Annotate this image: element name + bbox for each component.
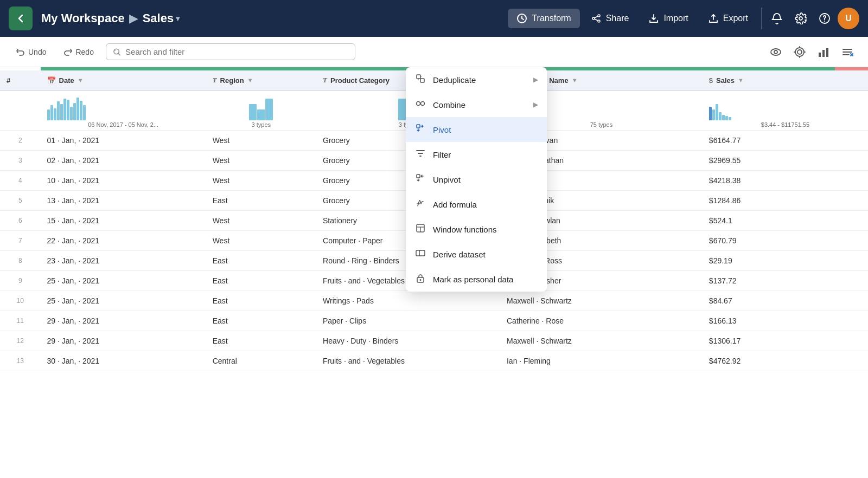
help-icon[interactable] xyxy=(814,8,835,29)
svg-point-2 xyxy=(592,17,595,20)
unpivot-label: Unpivot xyxy=(433,175,538,184)
menu-item-unpivot[interactable]: Unpivot xyxy=(406,167,547,192)
filter-icon xyxy=(414,148,426,160)
cell-rownum: 4 xyxy=(0,171,41,191)
dataset-chevron: ▾ xyxy=(176,14,180,23)
cell-category: Heavy · Duty · Binders xyxy=(316,331,500,351)
menu-item-combine[interactable]: Combine ▶ xyxy=(406,92,547,117)
formula-label: Add formula xyxy=(433,200,538,209)
cell-rownum: 11 xyxy=(0,311,41,331)
chart-icon[interactable] xyxy=(814,42,833,62)
svg-point-6 xyxy=(824,21,825,22)
cell-rownum: 3 xyxy=(0,151,41,171)
menu-item-filter[interactable]: Filter xyxy=(406,142,547,167)
cell-rownum: 2 xyxy=(0,131,41,151)
import-button[interactable]: Import xyxy=(640,9,697,28)
cell-date: 22 · Jan, · 2021 xyxy=(41,231,206,251)
cell-date: 29 · Jan, · 2021 xyxy=(41,311,206,331)
cell-date: 01 · Jan, · 2021 xyxy=(41,131,206,151)
svg-rect-15 xyxy=(819,53,821,57)
avatar[interactable]: U xyxy=(838,8,859,29)
col-header-region[interactable]: T Region ▼ xyxy=(206,70,316,91)
derive-icon xyxy=(414,248,426,260)
back-button[interactable] xyxy=(9,7,33,30)
pivot-icon xyxy=(414,124,426,135)
col-header-date[interactable]: 📅 Date ▼ xyxy=(41,70,206,91)
view-icon[interactable] xyxy=(766,42,786,62)
transform-dropdown: Deduplicate ▶ Combine ▶ xyxy=(406,67,547,292)
derive-dataset-label: Derive dataset xyxy=(433,250,538,259)
date-mini-chart xyxy=(47,93,200,120)
cell-sales: $6164.77 xyxy=(703,131,868,151)
cell-sales: $137.72 xyxy=(703,271,868,291)
cell-region: Central xyxy=(206,351,316,371)
cell-customer: Ian · Fleming xyxy=(500,351,703,371)
settings-icon[interactable] xyxy=(790,8,812,29)
topbar-icons: U xyxy=(766,8,859,29)
cell-rownum: 5 xyxy=(0,191,41,211)
notifications-icon[interactable] xyxy=(766,8,788,29)
region-mini-chart xyxy=(213,93,310,120)
cell-date: 10 · Jan, · 2021 xyxy=(41,171,206,191)
cell-sales: $84.67 xyxy=(703,291,868,311)
cell-region: West xyxy=(206,131,316,151)
sort-icon-sales: ▼ xyxy=(738,77,744,83)
cell-date: 25 · Jan, · 2021 xyxy=(41,271,206,291)
export-button[interactable]: Export xyxy=(699,9,757,28)
svg-point-8 xyxy=(774,50,777,54)
cell-rownum: 6 xyxy=(0,211,41,231)
cell-customer: Maxwell · Schwartz xyxy=(500,331,703,351)
deduplicate-label: Deduplicate xyxy=(433,75,527,85)
redo-button[interactable]: Redo xyxy=(58,44,99,60)
svg-point-36 xyxy=(420,279,422,281)
toolbar-right xyxy=(766,42,857,62)
pivot-label: Pivot xyxy=(433,125,538,134)
cell-region: East xyxy=(206,291,316,311)
cell-rownum: 8 xyxy=(0,251,41,271)
menu-item-mark-personal[interactable]: Mark as personal data xyxy=(406,267,547,292)
svg-rect-34 xyxy=(419,250,425,256)
target-icon[interactable] xyxy=(790,42,809,62)
cell-sales: $2969.55 xyxy=(703,151,868,171)
svg-point-7 xyxy=(771,49,781,55)
workspace-label: My Workspace xyxy=(41,11,125,25)
undo-button[interactable]: Undo xyxy=(11,44,52,60)
svg-rect-17 xyxy=(826,48,828,57)
cell-region: East xyxy=(206,271,316,291)
menu-item-derive-dataset[interactable]: Derive dataset xyxy=(406,242,547,267)
cell-date: 30 · Jan, · 2021 xyxy=(41,351,206,371)
sort-icon-date: ▼ xyxy=(78,77,84,83)
toolbar: Undo Redo xyxy=(0,37,868,67)
breadcrumb-separator: ▶ xyxy=(129,11,138,25)
menu-item-add-formula[interactable]: Add formula xyxy=(406,192,547,217)
cell-rownum: 12 xyxy=(0,331,41,351)
menu-item-deduplicate[interactable]: Deduplicate ▶ xyxy=(406,67,547,92)
cell-date: 02 · Jan, · 2021 xyxy=(41,151,206,171)
sort-icon-region: ▼ xyxy=(247,77,253,83)
dataset-name[interactable]: Sales ▾ xyxy=(143,11,180,25)
svg-rect-22 xyxy=(420,79,424,82)
search-input[interactable] xyxy=(125,47,348,56)
breadcrumb: My Workspace ▶ Sales ▾ xyxy=(41,11,508,25)
share-button[interactable]: Share xyxy=(582,9,638,28)
menu-item-window-functions[interactable]: Window functions xyxy=(406,217,547,242)
window-icon xyxy=(414,223,426,235)
topbar-actions: Transform Share Import Export xyxy=(508,9,757,28)
sales-mini-chart xyxy=(709,93,861,120)
col-header-sales[interactable]: $ Sales ▼ xyxy=(703,70,868,91)
cell-rownum: 9 xyxy=(0,271,41,291)
transform-button[interactable]: Transform xyxy=(508,9,579,28)
menu-item-pivot[interactable]: Pivot xyxy=(406,117,547,142)
cell-rownum: 10 xyxy=(0,291,41,311)
list-icon[interactable] xyxy=(838,42,857,62)
cell-region: East xyxy=(206,331,316,351)
table-row: 13 30 · Jan, · 2021 Central Fruits · and… xyxy=(0,351,868,371)
search-box[interactable] xyxy=(106,43,355,60)
cell-date: 13 · Jan, · 2021 xyxy=(41,191,206,211)
svg-point-1 xyxy=(598,15,600,17)
svg-point-25 xyxy=(417,102,420,106)
cell-sales: $29.19 xyxy=(703,251,868,271)
cell-category: Paper · Clips xyxy=(316,311,500,331)
cell-sales: $524.1 xyxy=(703,211,868,231)
svg-rect-27 xyxy=(417,125,420,128)
